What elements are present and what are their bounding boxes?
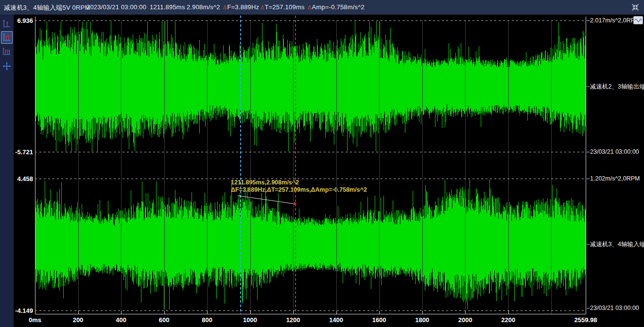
x-tick-label: 1800	[415, 316, 429, 324]
multi-cursor-icon	[2, 47, 12, 56]
tick-dash	[587, 308, 590, 309]
tool-multi-cursor[interactable]	[1, 45, 13, 58]
channel1-time-label: 23/03/21 03:00:00	[587, 148, 639, 155]
y-label-ch2-max: 4.458	[14, 175, 33, 182]
vertical-gridline	[207, 20, 208, 314]
horizontal-gridline	[35, 152, 586, 152]
x-tickmark	[207, 311, 208, 314]
y-label-ch1-min: -5.721	[14, 148, 33, 156]
y-label-ch2-min: -4.149	[14, 307, 33, 314]
x-tickmark	[250, 311, 251, 314]
x-tickmark	[121, 311, 122, 314]
x-tick-label: 400	[116, 316, 126, 324]
x-tickmark	[586, 311, 586, 314]
x-tickmark	[379, 311, 380, 314]
x-tick-label: 1000	[243, 316, 257, 324]
horizontal-gridline	[35, 310, 586, 311]
toolbar-datetime: 2023/03/21 03:00:00	[87, 3, 146, 11]
toolbar: 减速机3、4轴输入端5V 0RPM 2023/03/21 03:00:00 12…	[0, 0, 644, 15]
toolbar-cursor-amp: 2.908m/s^2	[187, 3, 220, 11]
tick-dash	[587, 20, 590, 21]
delta-icon: Δ	[223, 4, 227, 10]
horizontal-gridline	[35, 179, 586, 179]
delta-icon: Δ	[261, 4, 264, 10]
toolbar-delta-t: ΔT=257.109ms	[261, 3, 305, 11]
x-tick-label: 0ms	[29, 316, 41, 324]
tool-single-cursor[interactable]	[1, 18, 13, 30]
x-tickmark	[422, 311, 423, 314]
measurement-overlay	[14, 15, 644, 327]
channel2-time-label: 23/03/21 03:00:00	[587, 305, 639, 311]
single-cursor-icon	[2, 19, 12, 29]
sine-wave-icon	[634, 18, 642, 23]
vertical-gridline	[121, 20, 122, 314]
x-tickmark	[508, 311, 509, 314]
channel1-value-label: 2.017m/s^2,0RPM	[587, 17, 640, 24]
tick-dash	[587, 244, 590, 245]
annotation-delta: ΔF=3.889Hz,ΔT=257.109ms,ΔAmp=-0.758m/s^2	[231, 186, 367, 194]
x-tick-label: 200	[73, 316, 84, 324]
delta-icon: Δ	[308, 4, 312, 10]
channel1-name-label: 减速机2、3轴输出端4A	[587, 83, 644, 91]
x-tick-label: 1400	[329, 316, 343, 324]
y-label-ch1-max: 6.936	[14, 17, 33, 24]
pan-move-icon	[2, 61, 12, 71]
dual-cursor-icon	[2, 33, 12, 42]
collapse-button[interactable]	[629, 1, 642, 13]
vertical-gridline	[465, 20, 466, 314]
vertical-gridline	[422, 20, 423, 314]
toolbar-delta-f: ΔF=3.889Hz	[223, 3, 259, 11]
vertical-gridline	[293, 20, 294, 314]
x-tick-label: 600	[159, 316, 170, 324]
tick-dash	[587, 179, 590, 179]
sidebar-toolbox	[0, 15, 14, 327]
vertical-gridline	[336, 20, 337, 314]
collapse-to-center-icon	[631, 3, 640, 12]
delta-measure-line	[238, 196, 295, 204]
waveform-mode-button[interactable]	[633, 16, 643, 24]
toolbar-channel-label: 减速机3、4轴输入端5V 0RPM	[4, 3, 90, 12]
tool-pan-move[interactable]	[1, 60, 13, 73]
vertical-gridline	[164, 20, 165, 314]
x-tickmark	[78, 311, 79, 314]
annotation-point: 1211.895ms,2.908m/s^2	[231, 179, 367, 186]
x-tickmark	[35, 311, 35, 314]
tool-dual-cursor[interactable]	[1, 31, 13, 44]
toolbar-cursor-time: 1211.895ms	[150, 3, 185, 11]
channel2-name-label: 减速机3、4轴输入端5V	[587, 240, 644, 249]
cursor-point-marker	[294, 202, 296, 205]
x-tick-label: 1600	[372, 316, 386, 324]
x-tick-label: 2000	[458, 316, 472, 324]
x-tick-label: 2559.98	[574, 316, 597, 324]
x-tickmark	[465, 311, 466, 314]
tick-dash	[587, 87, 590, 87]
x-tickmark	[293, 311, 294, 314]
x-tickmark	[164, 311, 165, 314]
channel2-value-label: 1.202m/s^2,0RPM	[587, 175, 640, 182]
horizontal-gridline	[35, 20, 586, 21]
vertical-gridline	[78, 20, 79, 314]
waveform-plot-region[interactable]: 1211.895ms,2.908m/s^2 ΔF=3.889Hz,ΔT=257.…	[14, 15, 644, 327]
vertical-gridline	[379, 20, 380, 314]
vertical-gridline	[551, 20, 552, 314]
x-tick-label: 2200	[501, 316, 515, 324]
x-tickmark	[336, 311, 337, 314]
x-tick-label: 800	[202, 316, 212, 324]
vertical-gridline	[508, 20, 509, 314]
toolbar-delta-amp: ΔAmp=-0.758m/s^2	[308, 3, 365, 11]
cursor-annotation: 1211.895ms,2.908m/s^2 ΔF=3.889Hz,ΔT=257.…	[231, 179, 367, 194]
tick-dash	[587, 152, 590, 152]
x-tick-label: 1200	[286, 316, 300, 324]
vertical-gridline	[250, 20, 251, 314]
